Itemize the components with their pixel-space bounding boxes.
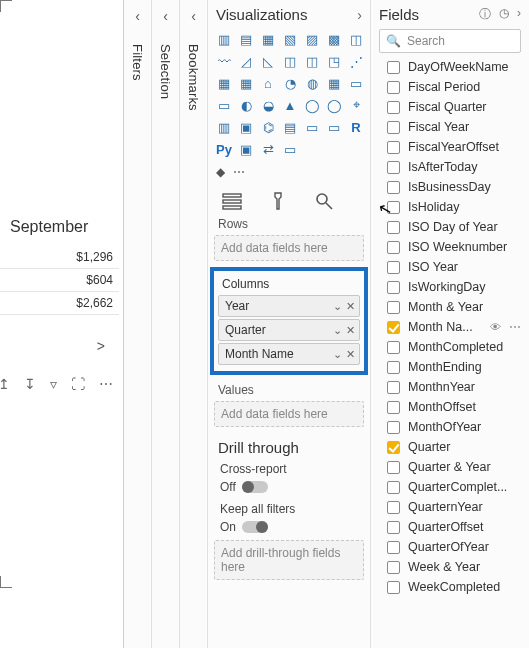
- chevron-right-icon[interactable]: ›: [517, 6, 521, 23]
- scroll-right-indicator[interactable]: >: [97, 338, 105, 354]
- viz-type-scatter[interactable]: ⋰: [346, 51, 366, 71]
- field-item[interactable]: MonthOffset: [371, 397, 529, 417]
- viz-type-card[interactable]: ▭: [346, 73, 366, 93]
- field-item[interactable]: MonthnYear: [371, 377, 529, 397]
- field-item[interactable]: MonthCompleted: [371, 337, 529, 357]
- viz-type-waterfall[interactable]: ◳: [324, 51, 344, 71]
- recent-icon[interactable]: ◷: [499, 6, 509, 23]
- viz-type-funnel[interactable]: ⌂: [258, 73, 278, 93]
- field-more-icon[interactable]: ⋯: [509, 320, 521, 334]
- field-item[interactable]: Quarter: [371, 437, 529, 457]
- viz-type-python-visual[interactable]: Py: [214, 139, 234, 159]
- filter-icon[interactable]: ▿: [50, 376, 57, 392]
- field-checkbox[interactable]: [387, 401, 400, 414]
- viz-type-multi-row-card[interactable]: ▭: [214, 95, 234, 115]
- field-item[interactable]: Quarter & Year: [371, 457, 529, 477]
- viz-type-power-automate[interactable]: ⇄: [258, 139, 278, 159]
- filters-pane-collapsed[interactable]: ‹ Filters: [124, 0, 152, 648]
- viz-type-line[interactable]: 〰: [214, 51, 234, 71]
- field-item[interactable]: IsWorkingDay: [371, 277, 529, 297]
- field-item[interactable]: IsBusinessDay: [371, 177, 529, 197]
- field-checkbox[interactable]: [387, 301, 400, 314]
- field-checkbox[interactable]: [387, 441, 400, 454]
- viz-type-clustered-bar[interactable]: ▦: [258, 29, 278, 49]
- field-checkbox[interactable]: [387, 241, 400, 254]
- field-checkbox[interactable]: [387, 121, 400, 134]
- viz-type-qna[interactable]: ▤: [280, 117, 300, 137]
- fields-tab-icon[interactable]: [218, 189, 246, 213]
- field-checkbox[interactable]: [387, 161, 400, 174]
- viz-type-map[interactable]: ▲: [280, 95, 300, 115]
- viz-type-smart-narrative[interactable]: ▭: [302, 117, 322, 137]
- field-checkbox[interactable]: [387, 261, 400, 274]
- field-item[interactable]: MonthEnding: [371, 357, 529, 377]
- field-item[interactable]: QuarterOfYear: [371, 537, 529, 557]
- report-canvas[interactable]: September 4$1,296 0$604 7$2,662 > ↥ ↧ ▿ …: [0, 0, 124, 648]
- field-checkbox[interactable]: [387, 501, 400, 514]
- field-item[interactable]: Fiscal Quarter: [371, 97, 529, 117]
- field-item[interactable]: Fiscal Year: [371, 117, 529, 137]
- viz-type-table-viz[interactable]: ▦: [214, 73, 234, 93]
- field-item[interactable]: FiscalYearOffset: [371, 137, 529, 157]
- bookmarks-pane-collapsed[interactable]: ‹ Bookmarks: [180, 0, 208, 648]
- field-checkbox[interactable]: [387, 281, 400, 294]
- viz-type-100-stacked-column[interactable]: ▩: [324, 29, 344, 49]
- field-checkbox[interactable]: [387, 221, 400, 234]
- field-item[interactable]: IsAfterToday: [371, 157, 529, 177]
- field-checkbox[interactable]: [387, 321, 400, 334]
- get-more-visuals-icon[interactable]: ◆: [216, 165, 225, 179]
- field-item[interactable]: ISO Day of Year: [371, 217, 529, 237]
- remove-field-icon[interactable]: ✕: [346, 324, 355, 337]
- rows-well[interactable]: Add data fields here: [214, 235, 364, 261]
- remove-field-icon[interactable]: ✕: [346, 348, 355, 361]
- expand-pane-icon[interactable]: ›: [357, 7, 362, 23]
- viz-type-decomposition-tree[interactable]: ⌬: [258, 117, 278, 137]
- field-checkbox[interactable]: [387, 181, 400, 194]
- viz-type-matrix[interactable]: ▦: [236, 73, 256, 93]
- field-checkbox[interactable]: [387, 341, 400, 354]
- field-item[interactable]: Fiscal Period: [371, 77, 529, 97]
- viz-type-filled-map[interactable]: ◯: [302, 95, 322, 115]
- column-field-month-name[interactable]: Month Name ⌄✕: [218, 343, 360, 365]
- viz-type-line-stacked-column[interactable]: ◫: [280, 51, 300, 71]
- column-field-quarter[interactable]: Quarter ⌄✕: [218, 319, 360, 341]
- viz-type-shape-map[interactable]: ◯: [324, 95, 344, 115]
- viz-type-area[interactable]: ◿: [236, 51, 256, 71]
- chevron-down-icon[interactable]: ⌄: [333, 300, 342, 313]
- analytics-tab-icon[interactable]: [310, 189, 338, 213]
- viz-type-100-stacked-bar[interactable]: ▨: [302, 29, 322, 49]
- focus-mode-icon[interactable]: ⛶: [71, 376, 85, 392]
- field-item[interactable]: QuarterOffset: [371, 517, 529, 537]
- viz-type-line-clustered-column[interactable]: ◫: [302, 51, 322, 71]
- field-item[interactable]: MonthOfYear: [371, 417, 529, 437]
- viz-type-stacked-bar[interactable]: ▥: [214, 29, 234, 49]
- field-item[interactable]: QuarterComplet...: [371, 477, 529, 497]
- drill-up-icon[interactable]: ↥: [0, 376, 10, 392]
- field-item[interactable]: ISO Year: [371, 257, 529, 277]
- field-checkbox[interactable]: [387, 81, 400, 94]
- more-visuals-ellipsis[interactable]: ⋯: [233, 165, 247, 179]
- cross-report-toggle[interactable]: [242, 481, 268, 493]
- field-item[interactable]: ISO Weeknumber: [371, 237, 529, 257]
- viz-type-gauge[interactable]: ◐: [236, 95, 256, 115]
- field-checkbox[interactable]: [387, 561, 400, 574]
- field-checkbox[interactable]: [387, 541, 400, 554]
- field-checkbox[interactable]: [387, 481, 400, 494]
- remove-field-icon[interactable]: ✕: [346, 300, 355, 313]
- field-checkbox[interactable]: [387, 461, 400, 474]
- field-checkbox[interactable]: [387, 141, 400, 154]
- viz-type-stacked-area[interactable]: ◺: [258, 51, 278, 71]
- viz-type-pie[interactable]: ◔: [280, 73, 300, 93]
- field-checkbox[interactable]: [387, 421, 400, 434]
- viz-type-clustered-column[interactable]: ▧: [280, 29, 300, 49]
- drill-through-well[interactable]: Add drill-through fields here: [214, 540, 364, 580]
- values-well[interactable]: Add data fields here: [214, 401, 364, 427]
- field-item[interactable]: Month Na...👁⋯: [371, 317, 529, 337]
- field-item[interactable]: QuarternYear: [371, 497, 529, 517]
- more-options-icon[interactable]: ⋯: [99, 376, 113, 392]
- field-item[interactable]: Month & Year: [371, 297, 529, 317]
- fields-search[interactable]: 🔍 Search: [379, 29, 521, 53]
- field-item[interactable]: WeekCompleted: [371, 577, 529, 597]
- field-checkbox[interactable]: [387, 381, 400, 394]
- chevron-down-icon[interactable]: ⌄: [333, 324, 342, 337]
